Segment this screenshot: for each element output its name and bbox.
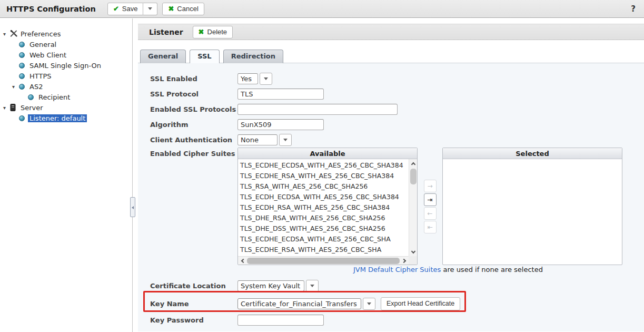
scroll-up-icon[interactable] [409, 159, 418, 168]
tree-label[interactable]: Web Client [28, 51, 68, 59]
form-row-key-password: Key Password [150, 313, 644, 328]
page-title: HTTPS Configuration [6, 5, 96, 13]
vertical-scrollbar[interactable] [409, 159, 417, 256]
form-row-client-authentication: Client Authentication [150, 132, 644, 148]
cipher-suite-item[interactable]: TLS_ECDHE_RSA_WITH_AES_256_CBC_SHA384 [238, 171, 409, 181]
tree-label[interactable]: HTTPS [28, 72, 53, 80]
expand-arrow-icon[interactable]: ▾ [3, 31, 10, 37]
sidebar-item-preferences[interactable]: ▾Preferences [0, 28, 132, 39]
tree-label[interactable]: AS2 [28, 83, 44, 91]
save-menu-trigger[interactable] [143, 3, 157, 15]
field-label: SSL Protocol [150, 90, 237, 98]
horizontal-scrollbar[interactable] [238, 256, 409, 265]
scrollbar-thumb[interactable] [247, 258, 400, 264]
tree-label[interactable]: Preferences [19, 30, 62, 38]
key-name-input[interactable] [237, 298, 361, 309]
move-right-button[interactable]: → [424, 180, 437, 192]
move-all-left-button[interactable]: ⇤ [424, 221, 437, 233]
chevron-down-icon [283, 139, 288, 141]
sidebar-item-general[interactable]: General [0, 39, 132, 50]
scrollbar-thumb[interactable] [410, 169, 417, 184]
cipher-suite-item[interactable]: TLS_DHE_RSA_WITH_AES_256_CBC_SHA256 [238, 213, 409, 223]
cipher-suite-item[interactable]: TLS_DHE_DSS_WITH_AES_256_CBC_SHA256 [238, 223, 409, 234]
ssl-tab-content: SSL Enabled SSL Protocol Enabled SSL Pro… [138, 63, 644, 331]
form-row-certificate-location: Certificate Location [150, 278, 644, 294]
ssl-enabled-input[interactable] [237, 73, 258, 84]
jvm-default-cipher-suites-link[interactable]: JVM Default Cipher Suites [353, 266, 441, 274]
chevron-down-icon [148, 7, 152, 10]
certificate-location-input[interactable] [237, 280, 304, 291]
available-cipher-list: Available TLS_ECDHE_ECDSA_WITH_AES_256_C… [237, 148, 418, 265]
sidebar-item-recipient[interactable]: Recipient [0, 92, 132, 102]
ssl-enabled-trigger[interactable] [260, 73, 272, 85]
save-split-button: ✔ Save [107, 3, 158, 15]
bullet-icon [19, 72, 28, 80]
tools-icon [10, 30, 19, 37]
tab-redirection[interactable]: Redirection [223, 50, 283, 63]
export-head-certificate-button[interactable]: Export Head Certificate [381, 297, 460, 310]
bullet-icon [19, 51, 28, 58]
cipher-suite-item[interactable]: TLS_ECDH_ECDSA_WITH_AES_256_CBC_SHA384 [238, 192, 409, 202]
selected-cipher-list: Selected [442, 148, 622, 265]
cipher-suite-item[interactable]: TLS_ECDHE_RSA_WITH_AES_256_CBC_SHA [238, 245, 409, 255]
certificate-location-trigger[interactable] [306, 280, 319, 292]
chevron-down-icon [367, 302, 371, 305]
server-icon [10, 104, 19, 111]
tree-label[interactable]: Listener: default [28, 114, 87, 122]
cipher-note: JVM Default Cipher Suites are used if no… [353, 266, 543, 274]
available-header: Available [238, 148, 417, 159]
cancel-button[interactable]: ✖ Cancel [162, 3, 204, 15]
bullet-icon [19, 83, 28, 90]
bullet-icon [28, 93, 37, 101]
expand-arrow-icon[interactable]: ▾ [12, 84, 19, 90]
cross-icon: ✖ [168, 5, 174, 13]
tree-label[interactable]: Server [19, 104, 45, 112]
sidebar-item-as2[interactable]: ▾AS2 [0, 81, 132, 92]
enabled-ssl-protocols-input[interactable] [237, 104, 398, 115]
form-row-enabled-cipher-suites: Enabled Cipher Suites Available TLS_ECDH… [150, 148, 644, 277]
help-icon[interactable]: ? [631, 4, 636, 14]
form-row-ssl-enabled: SSL Enabled [150, 71, 644, 86]
field-label: Enabled SSL Protocols [150, 105, 237, 113]
tab-general[interactable]: General [140, 50, 186, 63]
key-password-input[interactable] [237, 315, 324, 326]
key-name-combobox [237, 298, 375, 310]
cipher-suite-item[interactable]: TLS_ECDHE_ECDSA_WITH_AES_256_CBC_SHA [238, 234, 409, 245]
sidebar-item-listener-default[interactable]: Listener: default [0, 113, 132, 123]
cancel-button-label: Cancel [177, 5, 198, 13]
cipher-note-text: are used if none are selected [441, 266, 543, 274]
field-label: Key Password [150, 316, 237, 324]
scroll-left-icon[interactable] [238, 257, 246, 265]
expand-arrow-icon[interactable]: ▾ [3, 105, 10, 111]
tab-ssl[interactable]: SSL [190, 50, 219, 64]
cipher-suite-item[interactable]: TLS_RSA_WITH_AES_256_CBC_SHA256 [238, 181, 409, 192]
cipher-suite-item[interactable]: TLS_ECDH_RSA_WITH_AES_256_CBC_SHA384 [238, 202, 409, 213]
tree-label[interactable]: SAML Single Sign-On [28, 62, 103, 70]
chevron-down-icon [264, 77, 268, 80]
tree-label[interactable]: General [28, 41, 58, 48]
form-row-ssl-protocol: SSL Protocol [150, 86, 644, 102]
sidebar-collapse-handle[interactable] [130, 197, 135, 217]
sidebar-item-saml-single-sign-on[interactable]: SAML Single Sign-On [0, 60, 132, 71]
algorithm-input[interactable] [237, 119, 324, 130]
tree-label[interactable]: Recipient [37, 93, 72, 101]
move-all-right-button[interactable]: ⇥ [424, 193, 437, 206]
field-label: Algorithm [150, 121, 237, 129]
available-items: TLS_ECDHE_ECDSA_WITH_AES_256_CBC_SHA384T… [238, 159, 409, 256]
ssl-protocol-input[interactable] [237, 89, 324, 100]
scroll-right-icon[interactable] [400, 257, 409, 265]
client-authentication-trigger[interactable] [279, 134, 292, 146]
bullet-icon [19, 62, 28, 69]
sidebar-item-web-client[interactable]: Web Client [0, 50, 132, 60]
sidebar-item-https[interactable]: HTTPS [0, 71, 132, 81]
scrollbar-corner [409, 256, 417, 265]
scroll-down-icon[interactable] [409, 248, 418, 256]
delete-button[interactable]: ✖ Delete [193, 26, 233, 38]
move-left-button[interactable]: ← [424, 207, 437, 220]
save-button[interactable]: ✔ Save [107, 3, 144, 15]
key-name-trigger[interactable] [363, 298, 375, 310]
client-authentication-input[interactable] [237, 134, 278, 145]
sidebar-item-server[interactable]: ▾Server [0, 102, 132, 113]
selected-items [443, 159, 622, 265]
cipher-suite-item[interactable]: TLS_ECDHE_ECDSA_WITH_AES_256_CBC_SHA384 [238, 160, 409, 171]
